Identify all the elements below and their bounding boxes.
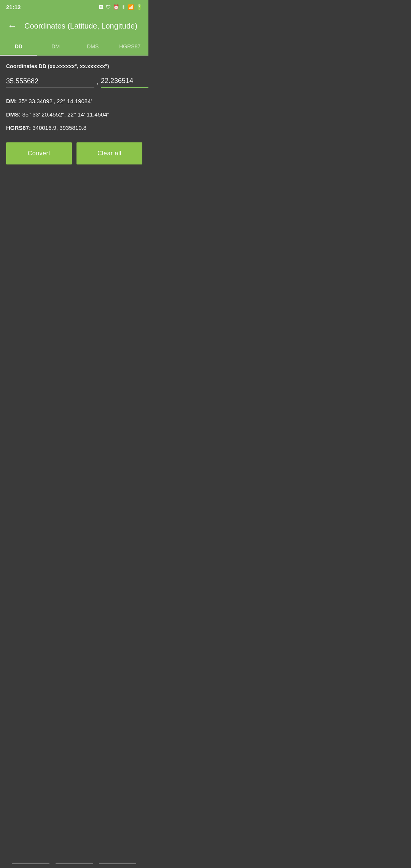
back-button[interactable]: ← [6,19,18,33]
results-section: DM: 35° 33.34092', 22° 14.19084' DMS: 35… [6,97,142,132]
dm-result: DM: 35° 33.34092', 22° 14.19084' [6,97,142,105]
hgrs87-value: 340016.9, 3935810.8 [32,124,86,131]
tab-hgrs87[interactable]: HGRS87 [112,38,149,55]
signal-icon: 📶 [128,4,134,10]
tab-bar: DD DM DMS HGRS87 [0,38,148,56]
tab-dm[interactable]: DM [37,38,75,55]
bottom-pill-right [99,863,136,864]
toolbar: ← Coordinates (Latitude, Longitude) [0,14,148,38]
page-title: Coordinates (Latitude, Longitude) [24,22,142,30]
dm-value: 35° 33.34092', 22° 14.19084' [19,98,92,104]
battery-icon: 🔋 [136,4,142,10]
status-bar: 21:12 🖼 🛡 ⏰ ✳ 📶 🔋 [0,0,148,14]
hgrs87-result: HGRS87: 340016.9, 3935810.8 [6,124,142,132]
convert-button[interactable]: Convert [6,142,72,164]
separator: , [96,78,99,88]
latitude-input[interactable] [6,76,94,88]
clear-all-button[interactable]: Clear all [76,142,142,164]
bluetooth-icon: ✳ [121,4,126,10]
tab-dms[interactable]: DMS [74,38,112,55]
status-icons: 🖼 🛡 ⏰ ✳ 📶 🔋 [99,4,142,10]
dms-value: 35° 33' 20.4552", 22° 14' 11.4504" [22,111,110,118]
back-icon: ← [8,21,17,31]
button-row: Convert Clear all [6,142,142,164]
longitude-input[interactable] [101,75,148,88]
dm-label: DM: [6,98,17,104]
tab-dd[interactable]: DD [0,38,37,55]
bottom-pill-left [12,863,49,864]
shield-icon: 🛡 [106,4,111,10]
dms-label: DMS: [6,111,21,118]
bottom-pill-center [56,863,93,864]
status-time: 21:12 [6,4,21,10]
coordinate-input-row: , [6,75,142,88]
section-label: Coordinates DD (xx.xxxxxx°, xx.xxxxxx°) [6,63,142,69]
bottom-nav-bar [0,859,148,868]
hgrs87-label: HGRS87: [6,124,31,131]
gallery-icon: 🖼 [99,4,104,10]
dms-result: DMS: 35° 33' 20.4552", 22° 14' 11.4504" [6,110,142,118]
main-content: Coordinates DD (xx.xxxxxx°, xx.xxxxxx°) … [0,56,148,172]
alarm-icon: ⏰ [113,4,119,10]
